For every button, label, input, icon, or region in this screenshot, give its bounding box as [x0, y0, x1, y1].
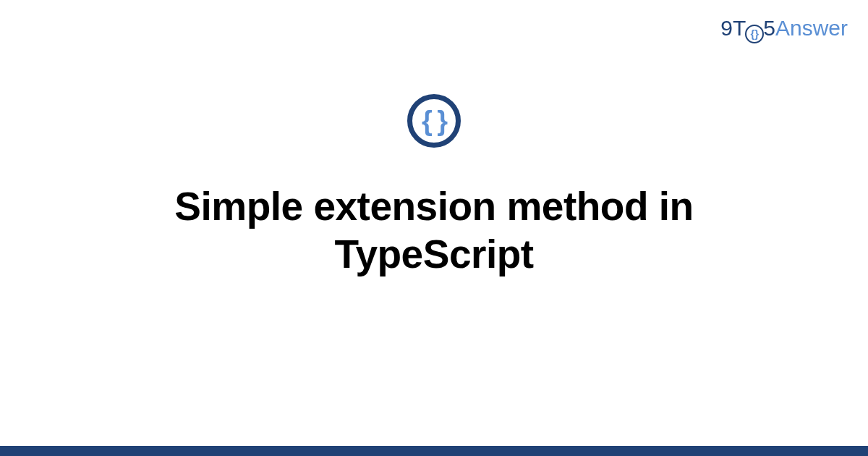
logo-text-5: 5: [763, 16, 775, 40]
logo-text-answer: Answer: [775, 16, 848, 40]
code-braces-icon: { }: [422, 107, 446, 135]
logo-braces-icon: {}: [750, 28, 759, 39]
category-icon-circle: { }: [407, 94, 461, 148]
site-logo: 9T{}5Answer: [720, 16, 848, 43]
logo-text-9t: 9T: [720, 16, 746, 40]
main-content: { } Simple extension method in TypeScrip…: [0, 94, 868, 278]
page-title: Simple extension method in TypeScript: [109, 182, 760, 278]
bottom-accent-bar: [0, 446, 868, 456]
logo-circle-icon: {}: [745, 25, 764, 43]
